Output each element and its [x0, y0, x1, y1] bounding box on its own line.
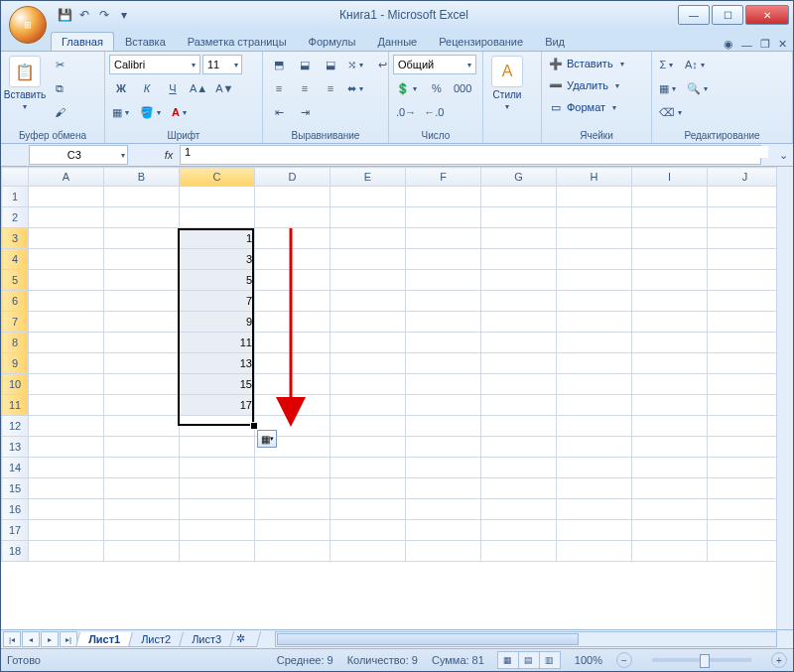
fill-icon[interactable]: ▦▾: [656, 77, 682, 99]
cell[interactable]: [331, 249, 406, 270]
cell[interactable]: [104, 478, 180, 499]
row-header[interactable]: 16: [2, 499, 29, 520]
cell[interactable]: [557, 541, 632, 562]
borders-icon[interactable]: ▦▾: [109, 101, 135, 123]
cell[interactable]: [632, 312, 708, 333]
cell[interactable]: [481, 270, 557, 291]
cell[interactable]: [331, 207, 406, 228]
row-header[interactable]: 14: [2, 458, 29, 478]
cell[interactable]: 1: [180, 228, 255, 249]
cell[interactable]: [29, 228, 104, 249]
clear-icon[interactable]: ⌫▾: [656, 101, 688, 123]
cell[interactable]: [331, 520, 406, 541]
sheet-tab-3[interactable]: Лист3: [179, 632, 234, 647]
percent-format-icon[interactable]: %: [425, 77, 449, 99]
cell[interactable]: [331, 270, 406, 291]
cell[interactable]: [255, 458, 331, 478]
row-header[interactable]: 6: [2, 291, 29, 312]
cell[interactable]: [557, 291, 632, 312]
row-header[interactable]: 1: [2, 187, 29, 207]
cell[interactable]: [180, 416, 255, 437]
cell[interactable]: [180, 458, 255, 478]
cell[interactable]: [481, 249, 557, 270]
cell[interactable]: [481, 458, 557, 478]
cell[interactable]: [406, 249, 481, 270]
delete-cells-button[interactable]: ➖Удалить▾: [546, 75, 647, 95]
cell[interactable]: [481, 499, 557, 520]
decrease-indent-icon[interactable]: ⇤: [267, 101, 291, 123]
column-header[interactable]: F: [406, 168, 481, 187]
zoom-slider[interactable]: [652, 658, 751, 662]
cell[interactable]: [180, 187, 255, 207]
cell[interactable]: [406, 312, 481, 333]
number-format-combo[interactable]: ▾: [393, 55, 476, 74]
tab-home[interactable]: Главная: [51, 32, 114, 51]
doc-minimize-icon[interactable]: —: [741, 39, 752, 51]
chevron-down-icon[interactable]: ▾: [119, 151, 127, 160]
cell[interactable]: [708, 270, 783, 291]
cell[interactable]: [557, 395, 632, 416]
undo-icon[interactable]: ↶: [76, 7, 92, 23]
cell[interactable]: [180, 478, 255, 499]
maximize-button[interactable]: ☐: [712, 5, 743, 25]
cell[interactable]: [331, 228, 406, 249]
cell[interactable]: [708, 499, 783, 520]
column-header[interactable]: D: [255, 168, 331, 187]
autosum-icon[interactable]: Σ▾: [656, 54, 680, 75]
cell[interactable]: [708, 207, 783, 228]
cell[interactable]: [331, 395, 406, 416]
cell[interactable]: [104, 374, 180, 395]
cell[interactable]: [29, 207, 104, 228]
styles-button[interactable]: A Стили ▾: [487, 54, 527, 111]
align-left-icon[interactable]: ≡: [267, 77, 291, 99]
column-header[interactable]: C: [180, 168, 255, 187]
cell[interactable]: [481, 187, 557, 207]
cell[interactable]: [632, 270, 708, 291]
orientation-icon[interactable]: ⤭▾: [344, 54, 368, 75]
cell[interactable]: [708, 291, 783, 312]
cell[interactable]: [632, 291, 708, 312]
cell[interactable]: 11: [180, 333, 255, 353]
cell[interactable]: [557, 333, 632, 353]
cell[interactable]: [557, 374, 632, 395]
cell[interactable]: 13: [180, 353, 255, 374]
last-sheet-button[interactable]: ▸|: [60, 631, 77, 647]
minimize-button[interactable]: —: [678, 5, 710, 25]
cell[interactable]: [708, 395, 783, 416]
cell[interactable]: [29, 499, 104, 520]
align-right-icon[interactable]: ≡: [319, 77, 342, 99]
zoom-out-button[interactable]: −: [616, 652, 632, 668]
sheet-tab-1[interactable]: Лист1: [75, 632, 133, 647]
cell[interactable]: [255, 541, 331, 562]
zoom-level[interactable]: 100%: [575, 654, 602, 666]
expand-formula-bar-icon[interactable]: ⌄: [779, 149, 793, 162]
align-center-icon[interactable]: ≡: [293, 77, 317, 99]
close-button[interactable]: ✕: [745, 5, 789, 25]
horizontal-scrollbar[interactable]: [275, 631, 777, 647]
cell[interactable]: [255, 520, 331, 541]
cell[interactable]: [632, 187, 708, 207]
normal-view-button[interactable]: ▦: [497, 651, 519, 669]
align-top-icon[interactable]: ⬒: [267, 54, 291, 75]
cell[interactable]: [632, 249, 708, 270]
cell[interactable]: [406, 374, 481, 395]
cell[interactable]: [104, 353, 180, 374]
column-header[interactable]: J: [708, 168, 783, 187]
cell[interactable]: 3: [180, 249, 255, 270]
row-header[interactable]: 13: [2, 437, 29, 458]
cell[interactable]: [406, 395, 481, 416]
cell[interactable]: [557, 207, 632, 228]
cell[interactable]: [104, 270, 180, 291]
cell[interactable]: [331, 374, 406, 395]
column-header[interactable]: G: [481, 168, 557, 187]
cell[interactable]: [255, 187, 331, 207]
cell[interactable]: [481, 416, 557, 437]
font-name-combo[interactable]: ▾: [109, 55, 200, 74]
cell[interactable]: [29, 312, 104, 333]
cell[interactable]: [557, 353, 632, 374]
cell[interactable]: [406, 291, 481, 312]
cell[interactable]: [632, 228, 708, 249]
cell[interactable]: [104, 291, 180, 312]
cell[interactable]: [29, 437, 104, 458]
cell[interactable]: [557, 228, 632, 249]
